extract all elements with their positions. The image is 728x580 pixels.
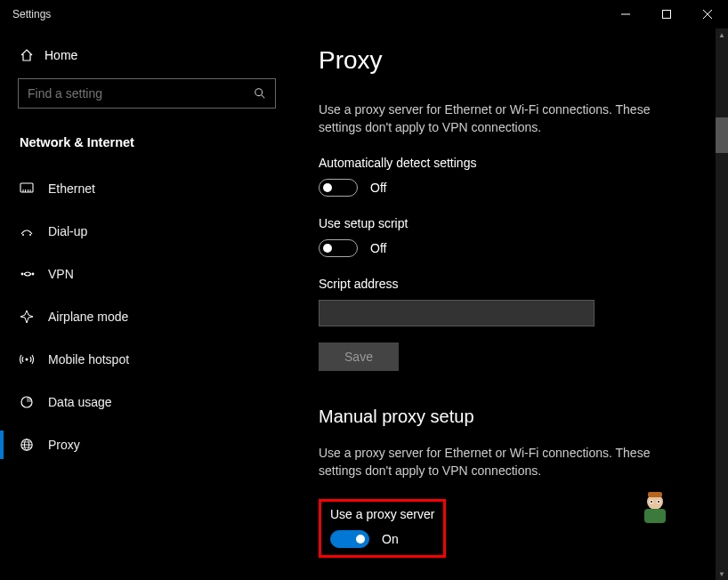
- sidebar-item-proxy[interactable]: Proxy: [0, 423, 294, 466]
- sidebar-item-hotspot[interactable]: Mobile hotspot: [0, 338, 294, 381]
- minimize-button[interactable]: [605, 0, 646, 28]
- sidebar-item-airplane[interactable]: Airplane mode: [0, 295, 294, 338]
- hotspot-icon: [20, 352, 48, 367]
- setup-script-label: Use setup script: [319, 216, 703, 230]
- sidebar-item-label: Data usage: [48, 395, 112, 409]
- auto-proxy-description: Use a proxy server for Ethernet or Wi-Fi…: [319, 101, 692, 136]
- sidebar-item-label: VPN: [48, 267, 74, 281]
- svg-point-4: [255, 89, 263, 96]
- svg-rect-6: [20, 183, 33, 192]
- sidebar-item-label: Airplane mode: [48, 310, 128, 324]
- globe-icon: [20, 438, 48, 452]
- sidebar-item-datausage[interactable]: Data usage: [0, 381, 294, 423]
- manual-proxy-description: Use a proxy server for Ethernet or Wi-Fi…: [319, 445, 692, 479]
- auto-detect-label: Automatically detect settings: [319, 156, 703, 170]
- data-usage-icon: [20, 395, 48, 409]
- sidebar-item-dialup[interactable]: Dial-up: [0, 210, 294, 253]
- window-controls: [605, 0, 728, 28]
- airplane-icon: [20, 310, 48, 324]
- use-proxy-state: On: [382, 532, 399, 546]
- home-icon: [20, 48, 44, 62]
- sidebar-item-label: Proxy: [48, 438, 80, 452]
- scrollbar-thumb[interactable]: [716, 117, 728, 153]
- save-button-label: Save: [344, 350, 373, 364]
- svg-line-5: [262, 95, 265, 99]
- svg-point-12: [29, 234, 31, 236]
- svg-point-14: [32, 273, 35, 276]
- script-address-input[interactable]: [319, 300, 595, 326]
- svg-point-27: [651, 501, 652, 503]
- sidebar-item-label: Ethernet: [48, 181, 95, 196]
- sidebar-item-label: Mobile hotspot: [48, 352, 129, 367]
- auto-detect-state: Off: [370, 181, 386, 195]
- scroll-up-arrow[interactable]: ▲: [716, 28, 728, 41]
- content-pane: ▲ ▼ Proxy Use a proxy server for Etherne…: [294, 28, 728, 580]
- window-title: Settings: [12, 8, 51, 20]
- save-button[interactable]: Save: [319, 342, 399, 371]
- close-button[interactable]: [687, 0, 728, 28]
- avatar: [635, 487, 675, 527]
- sidebar-item-label: Dial-up: [48, 224, 87, 238]
- svg-rect-24: [648, 492, 662, 497]
- scrollbar-track[interactable]: ▲ ▼: [716, 28, 728, 580]
- sidebar: Home Network & Internet Ethernet Dial-up: [0, 28, 294, 580]
- home-label: Home: [44, 48, 77, 62]
- svg-rect-1: [663, 11, 671, 19]
- svg-point-28: [658, 501, 659, 503]
- dialup-icon: [20, 225, 48, 238]
- home-nav[interactable]: Home: [0, 41, 294, 69]
- svg-point-15: [26, 358, 28, 361]
- highlight-annotation: Use a proxy server On: [319, 499, 446, 558]
- use-proxy-label: Use a proxy server: [330, 507, 434, 521]
- search-icon: [254, 87, 266, 100]
- maximize-button[interactable]: [646, 0, 687, 28]
- svg-point-11: [22, 234, 24, 236]
- svg-rect-23: [644, 509, 666, 523]
- use-proxy-toggle[interactable]: [330, 530, 369, 548]
- search-input[interactable]: [28, 86, 254, 101]
- setup-script-state: Off: [370, 241, 386, 255]
- manual-proxy-heading: Manual proxy setup: [319, 407, 703, 427]
- sidebar-item-ethernet[interactable]: Ethernet: [0, 167, 294, 210]
- sidebar-item-vpn[interactable]: VPN: [0, 253, 294, 295]
- sidebar-heading: Network & Internet: [0, 126, 294, 167]
- svg-point-13: [21, 273, 24, 276]
- script-address-label: Script address: [319, 277, 703, 291]
- setup-script-toggle[interactable]: [319, 239, 358, 257]
- scroll-down-arrow[interactable]: ▼: [716, 568, 728, 580]
- vpn-icon: [20, 268, 48, 280]
- page-title: Proxy: [319, 46, 703, 75]
- auto-detect-toggle[interactable]: [319, 179, 358, 197]
- search-box[interactable]: [18, 78, 276, 109]
- ethernet-icon: [20, 182, 48, 195]
